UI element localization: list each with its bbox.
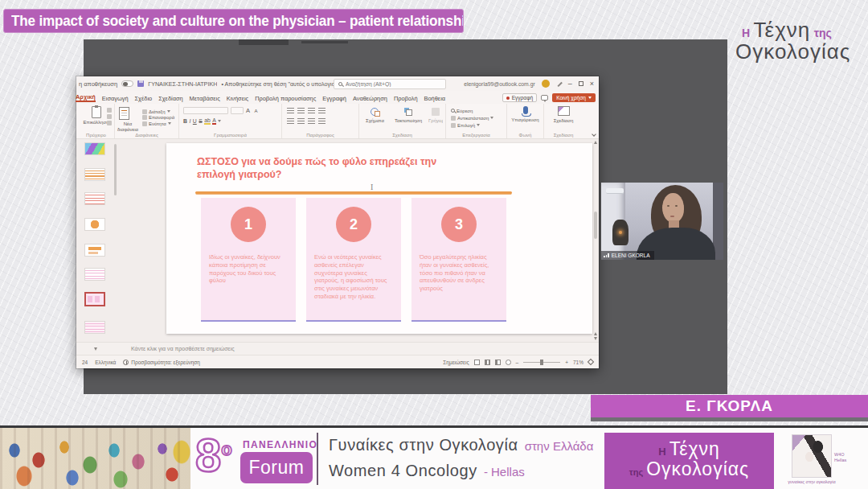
maximize-button[interactable] [579, 81, 583, 86]
reading-view-icon[interactable] [495, 360, 501, 365]
zoom-level[interactable]: 71% [573, 360, 583, 365]
strikethrough-button[interactable]: S [199, 118, 203, 124]
slide-thumbnail[interactable] [84, 218, 105, 231]
tab-draw[interactable]: Σχέδιο [135, 95, 153, 102]
paste-icon[interactable] [92, 106, 101, 118]
shapes-icon[interactable] [371, 108, 379, 116]
logo-texni: Τέχνη [754, 18, 811, 42]
slide-sorter-icon[interactable] [485, 360, 490, 365]
highlight-button[interactable]: ab [204, 117, 211, 125]
font-name-box[interactable] [183, 107, 228, 114]
italic-button[interactable]: I [189, 118, 190, 124]
new-slide-button[interactable]: Νέα διαφάνεια [117, 121, 138, 133]
close-button[interactable]: × [590, 80, 594, 87]
record-icon [506, 97, 510, 100]
quick-styles-icon[interactable] [432, 108, 440, 116]
account-avatar[interactable] [542, 80, 550, 88]
slide-thumbnail-selected[interactable] [84, 292, 105, 306]
zoom-slider[interactable] [523, 362, 560, 363]
slide-thumbnail[interactable] [84, 192, 105, 205]
line-spacing-icon[interactable] [318, 108, 326, 114]
card-1[interactable]: 1 Ιδίως οι γυναίκες, δείχνουν κάποια προ… [201, 198, 296, 322]
cut-icon[interactable] [107, 108, 112, 113]
arrange-icon[interactable] [404, 108, 412, 116]
collapse-ribbon-icon[interactable] [592, 132, 596, 137]
tab-view[interactable]: Προβολή [394, 95, 418, 102]
card-2[interactable]: 2 Ενώ οι νεότερες γυναίκες ασθενείς επέλ… [306, 198, 401, 322]
pen-icon[interactable] [556, 81, 562, 87]
layout-button[interactable]: Διάταξη [149, 109, 166, 114]
language-indicator[interactable]: Ελληνικά [95, 360, 116, 365]
align-right-icon[interactable] [308, 118, 315, 125]
shrink-font-icon[interactable]: A [255, 109, 258, 113]
underline-button[interactable]: U [193, 118, 197, 124]
document-filename[interactable]: ΓΥΝΑΙΚΕΣ-ΣΤΗΝ-ΙΑΤΡΙΚΗ [148, 80, 217, 88]
indent-icon[interactable] [308, 108, 315, 114]
font-size-box[interactable] [231, 107, 244, 114]
tab-slideshow[interactable]: Προβολή παρουσίασης [255, 95, 316, 102]
minimize-button[interactable]: – [568, 80, 572, 87]
slide-thumbnail[interactable] [84, 244, 105, 257]
align-center-icon[interactable] [297, 118, 305, 125]
columns-icon[interactable] [318, 118, 326, 125]
font-color-button[interactable]: A [212, 117, 216, 125]
copy-icon[interactable] [107, 114, 112, 119]
align-left-icon[interactable] [287, 118, 294, 125]
slide-canvas[interactable]: ΩΣΤΟΣΟ για να δούμε πώς το φύλο επηρεάζε… [166, 143, 592, 334]
replace-button[interactable]: Αντικατάσταση [457, 116, 489, 121]
select-button[interactable]: Επιλογή [457, 123, 475, 128]
fit-slide-icon[interactable] [588, 359, 594, 365]
new-slide-icon[interactable] [119, 107, 129, 120]
zoom-in-button[interactable]: + [565, 360, 568, 365]
designer-icon[interactable] [558, 106, 570, 116]
search-input[interactable] [346, 81, 441, 87]
section-button[interactable]: Ενότητα [149, 121, 166, 126]
collapse-panel-icon[interactable] [94, 347, 97, 351]
bullets-icon[interactable] [287, 108, 294, 114]
autosave-toggle[interactable] [121, 80, 133, 87]
slide-title[interactable]: ΩΣΤΟΣΟ για να δούμε πώς το φύλο επηρεάζε… [197, 155, 470, 182]
reset-button[interactable]: Επαναφορά [149, 115, 174, 120]
tab-help[interactable]: Βοήθεια [424, 95, 445, 102]
tab-animations[interactable]: Κινήσεις [227, 95, 248, 102]
dictate-button[interactable]: Υπαγόρευση [507, 117, 543, 122]
tab-design[interactable]: Σχεδίαση [158, 95, 182, 102]
notes-pane[interactable]: Κάντε κλικ για να προσθέσετε σημειώσεις [76, 342, 599, 355]
slide-thumbnail[interactable] [84, 168, 105, 181]
save-icon[interactable] [137, 80, 144, 87]
quick-styles-button[interactable]: Γρήγορα στυλ [428, 118, 443, 123]
slide-thumbnail[interactable] [84, 268, 105, 281]
designer-button[interactable]: Σχεδίαση [544, 118, 583, 123]
record-button[interactable]: Εγγραφή [502, 93, 538, 102]
notes-toggle[interactable]: Σημειώσεις [443, 360, 469, 365]
search-box[interactable] [334, 79, 446, 89]
comments-icon[interactable] [541, 95, 548, 101]
arrange-button[interactable]: Τακτοποίηση [395, 118, 422, 123]
card-3[interactable]: 3 Όσο μεγαλύτερης ηλικίας ήταν οι γυναίκ… [411, 198, 506, 322]
tab-home[interactable]: Αρχική [76, 93, 96, 102]
tab-transitions[interactable]: Μεταβάσεις [190, 95, 220, 102]
slideshow-icon[interactable] [506, 360, 511, 365]
zoom-out-button[interactable]: – [516, 360, 519, 365]
slide-thumbnail[interactable] [84, 321, 105, 334]
find-button[interactable]: Εύρεση [457, 109, 473, 113]
share-button[interactable]: Κοινή χρήση [552, 93, 596, 102]
caret-down-icon[interactable] [218, 120, 221, 122]
footer-bar: 8ο ΠΑΝΕΛΛΗΝΙΟ Forum Γυναίκες στην Ογκολο… [0, 425, 868, 489]
accessibility-status[interactable]: Προσβασιμότητα: εξερεύνηση [131, 360, 200, 365]
format-painter-icon[interactable] [107, 121, 112, 125]
tab-review[interactable]: Αναθεώρηση [353, 95, 387, 102]
normal-view-icon[interactable] [474, 360, 480, 365]
slide-scrollbar[interactable] [593, 141, 598, 340]
numbering-icon[interactable] [297, 108, 305, 114]
shapes-button[interactable]: Σχήματα [366, 118, 384, 123]
slide-thumbnail[interactable] [84, 142, 105, 155]
webcam-tile[interactable]: ELENI GKORLA [601, 183, 723, 260]
account-email[interactable]: elenigorla99@outlook.com.gr [464, 81, 535, 87]
thumbnail-panel-scrollbar[interactable] [114, 144, 117, 195]
bold-button[interactable]: B [183, 118, 187, 124]
dictate-icon[interactable] [523, 106, 528, 114]
grow-font-icon[interactable]: A [246, 107, 250, 114]
tab-insert[interactable]: Εισαγωγή [102, 95, 129, 102]
tab-record[interactable]: Εγγραφή [322, 95, 346, 102]
